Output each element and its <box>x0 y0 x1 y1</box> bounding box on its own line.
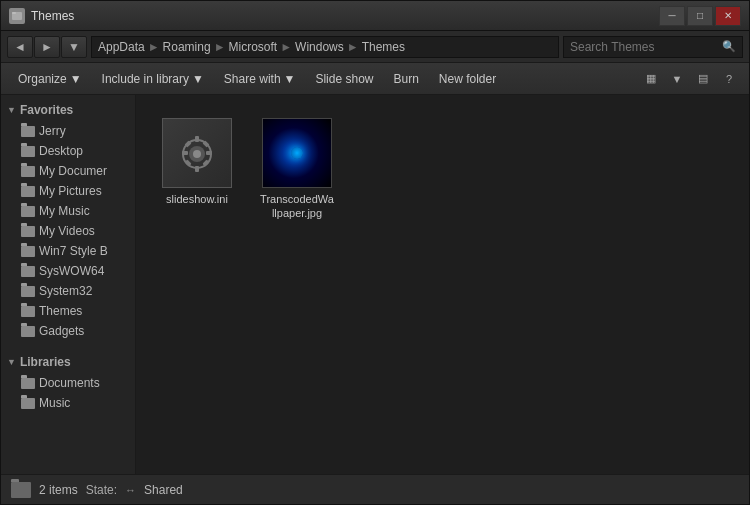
share-with-label: Share with <box>224 72 281 86</box>
svg-rect-1 <box>12 12 16 14</box>
svg-point-4 <box>193 150 201 158</box>
sidebar-label-themes: Themes <box>39 304 82 318</box>
include-library-button[interactable]: Include in library ▼ <box>93 67 213 91</box>
minimize-button[interactable]: ─ <box>659 6 685 26</box>
folder-icon <box>21 146 35 157</box>
main-content: ▼ Favorites Jerry Desktop My Documer My … <box>1 95 749 474</box>
folder-icon <box>21 226 35 237</box>
sidebar-item-themes[interactable]: Themes <box>1 301 135 321</box>
libraries-header[interactable]: ▼ Libraries <box>1 351 135 373</box>
breadcrumb-roaming[interactable]: Roaming <box>163 40 211 54</box>
file-label-ini: slideshow.ini <box>166 192 228 206</box>
toolbar-right: ▦ ▼ ▤ ? <box>639 68 741 90</box>
sidebar-label-my-pictures: My Pictures <box>39 184 102 198</box>
forward-button[interactable]: ► <box>34 36 60 58</box>
folder-icon <box>21 378 35 389</box>
organize-button[interactable]: Organize ▼ <box>9 67 91 91</box>
window-controls: ─ □ ✕ <box>659 6 741 26</box>
file-area: slideshow.ini TranscodedWallpaper.jpg <box>136 95 749 474</box>
file-item-wallpaper[interactable]: TranscodedWallpaper.jpg <box>252 111 342 228</box>
sidebar-item-desktop[interactable]: Desktop <box>1 141 135 161</box>
favorites-header[interactable]: ▼ Favorites <box>1 99 135 121</box>
window-icon <box>9 8 25 24</box>
sidebar-item-my-music[interactable]: My Music <box>1 201 135 221</box>
sidebar-label-documents: Documents <box>39 376 100 390</box>
new-folder-label: New folder <box>439 72 496 86</box>
help-button[interactable]: ? <box>717 68 741 90</box>
close-button[interactable]: ✕ <box>715 6 741 26</box>
new-folder-button[interactable]: New folder <box>430 67 505 91</box>
sidebar-item-music[interactable]: Music <box>1 393 135 413</box>
folder-icon <box>21 286 35 297</box>
breadcrumb-microsoft[interactable]: Microsoft <box>229 40 278 54</box>
favorites-label: Favorites <box>20 103 73 117</box>
view-icon-button-1[interactable]: ▦ <box>639 68 663 90</box>
breadcrumb-sep-4: ► <box>347 40 359 54</box>
breadcrumb-sep-1: ► <box>148 40 160 54</box>
breadcrumb-appdata[interactable]: AppData <box>98 40 145 54</box>
back-button[interactable]: ◄ <box>7 36 33 58</box>
organize-arrow: ▼ <box>70 72 82 86</box>
sidebar-item-my-pictures[interactable]: My Pictures <box>1 181 135 201</box>
wallpaper-preview <box>263 119 331 187</box>
sidebar-item-documents[interactable]: Documents <box>1 373 135 393</box>
breadcrumb-windows[interactable]: Windows <box>295 40 344 54</box>
sidebar-item-jerry[interactable]: Jerry <box>1 121 135 141</box>
slide-show-label: Slide show <box>315 72 373 86</box>
wallpaper-glow <box>291 147 303 159</box>
status-item-count: 2 items <box>39 483 78 497</box>
include-library-label: Include in library <box>102 72 189 86</box>
file-label-jpg: TranscodedWallpaper.jpg <box>259 192 335 221</box>
sidebar-label-syswow64: SysWOW64 <box>39 264 104 278</box>
file-thumbnail-jpg <box>262 118 332 188</box>
maximize-button[interactable]: □ <box>687 6 713 26</box>
folder-icon <box>21 206 35 217</box>
burn-label: Burn <box>393 72 418 86</box>
sidebar-item-my-documents[interactable]: My Documer <box>1 161 135 181</box>
svg-rect-6 <box>195 166 199 172</box>
sidebar-label-jerry: Jerry <box>39 124 66 138</box>
status-state-label: State: <box>86 483 117 497</box>
libraries-arrow: ▼ <box>7 357 16 367</box>
sidebar-item-win7[interactable]: Win7 Style B <box>1 241 135 261</box>
folder-icon <box>21 398 35 409</box>
sidebar-label-win7: Win7 Style B <box>39 244 108 258</box>
title-bar: Themes ─ □ ✕ <box>1 1 749 31</box>
sidebar-item-system32[interactable]: System32 <box>1 281 135 301</box>
breadcrumb-sep-2: ► <box>214 40 226 54</box>
sidebar-item-gadgets[interactable]: Gadgets <box>1 321 135 341</box>
sidebar-label-system32: System32 <box>39 284 92 298</box>
sidebar-item-syswow64[interactable]: SysWOW64 <box>1 261 135 281</box>
view-grid-button[interactable]: ▤ <box>691 68 715 90</box>
svg-rect-7 <box>182 151 188 155</box>
folder-icon <box>21 166 35 177</box>
slide-show-button[interactable]: Slide show <box>306 67 382 91</box>
window-title: Themes <box>31 9 659 23</box>
folder-icon <box>21 266 35 277</box>
status-folder-icon <box>11 482 31 498</box>
dropdown-button[interactable]: ▼ <box>61 36 87 58</box>
file-item-slideshow-ini[interactable]: slideshow.ini <box>152 111 242 228</box>
sidebar-label-music: Music <box>39 396 70 410</box>
file-thumbnail-ini <box>162 118 232 188</box>
sidebar: ▼ Favorites Jerry Desktop My Documer My … <box>1 95 136 474</box>
search-icon: 🔍 <box>722 40 736 53</box>
include-library-arrow: ▼ <box>192 72 204 86</box>
status-bar: 2 items State: ↔ Shared <box>1 474 749 504</box>
sidebar-label-desktop: Desktop <box>39 144 83 158</box>
view-dropdown-button[interactable]: ▼ <box>665 68 689 90</box>
search-box[interactable]: 🔍 <box>563 36 743 58</box>
sidebar-item-my-videos[interactable]: My Videos <box>1 221 135 241</box>
share-with-button[interactable]: Share with ▼ <box>215 67 305 91</box>
folder-icon <box>21 186 35 197</box>
libraries-label: Libraries <box>20 355 71 369</box>
burn-button[interactable]: Burn <box>384 67 427 91</box>
search-input[interactable] <box>570 40 722 54</box>
share-with-arrow: ▼ <box>284 72 296 86</box>
ini-file-icon <box>172 126 222 181</box>
organize-label: Organize <box>18 72 67 86</box>
address-bar: ◄ ► ▼ AppData ► Roaming ► Microsoft ► Wi… <box>1 31 749 63</box>
shared-icon: ↔ <box>125 484 136 496</box>
breadcrumb[interactable]: AppData ► Roaming ► Microsoft ► Windows … <box>91 36 559 58</box>
breadcrumb-themes[interactable]: Themes <box>362 40 405 54</box>
